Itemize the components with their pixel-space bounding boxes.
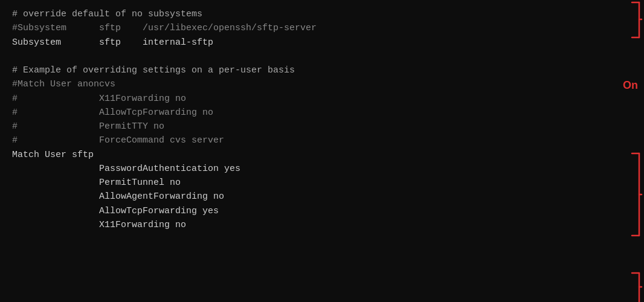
bracket-annotation-3 (621, 272, 643, 302)
line-5: # Example of overriding settings on a pe… (12, 63, 632, 77)
line-16: X11Forwarding no (12, 218, 632, 232)
line-17 (12, 232, 632, 246)
line-3: Subsystem sftp internal-sftp (12, 36, 632, 50)
line-4 (12, 50, 632, 63)
line-2: #Subsystem sftp /usr/libexec/openssh/sft… (12, 21, 632, 35)
line-14: AllowAgentForwarding no (12, 190, 632, 204)
on-label: On (623, 77, 638, 94)
bracket-annotation-2 (621, 152, 643, 237)
line-11: Match User sftp (12, 148, 632, 162)
line-10: # ForceCommand cvs server (12, 133, 632, 147)
line-7: # X11Forwarding no (12, 92, 632, 106)
terminal-window: # override default of no subsystems #Sub… (0, 0, 644, 302)
line-12: PasswordAuthentication yes (12, 162, 632, 176)
line-8: # AllowTcpForwarding no (12, 106, 632, 120)
line-13: PermitTunnel no (12, 176, 632, 190)
line-6: #Match User anoncvs (12, 77, 632, 91)
bracket-annotation-1 (621, 1, 643, 39)
line-1: # override default of no subsystems (12, 7, 632, 21)
line-9: # PermitTTY no (12, 120, 632, 133)
line-15: AllowTcpForwarding yes (12, 204, 632, 218)
